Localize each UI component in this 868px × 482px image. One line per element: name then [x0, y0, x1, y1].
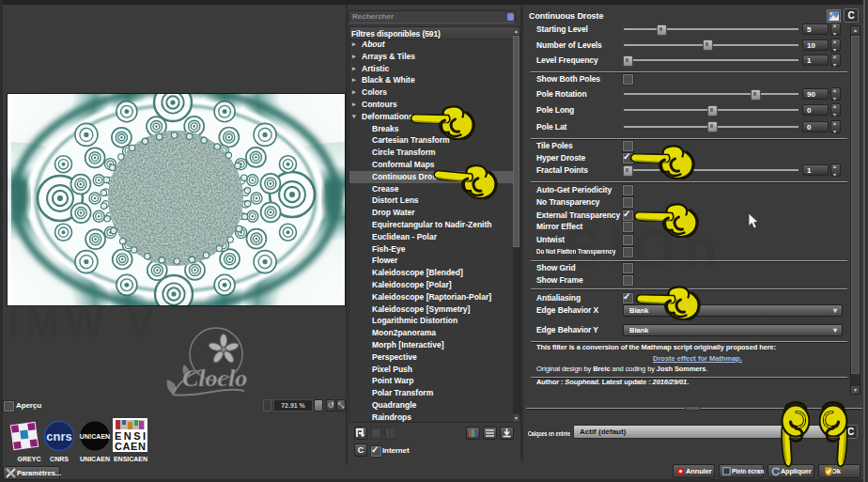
svg-text:Cloclo: Cloclo: [182, 365, 247, 392]
svg-text:CNRS: CNRS: [50, 456, 69, 462]
svg-text:UNICAEN: UNICAEN: [80, 456, 110, 462]
svg-text:UN!CAEN: UN!CAEN: [80, 433, 110, 440]
svg-text:CAEN: CAEN: [115, 441, 146, 452]
svg-text:GREYC: GREYC: [18, 456, 41, 462]
svg-text:ENSICAEN: ENSICAEN: [114, 456, 147, 462]
svg-text:cnrs: cnrs: [46, 429, 71, 443]
